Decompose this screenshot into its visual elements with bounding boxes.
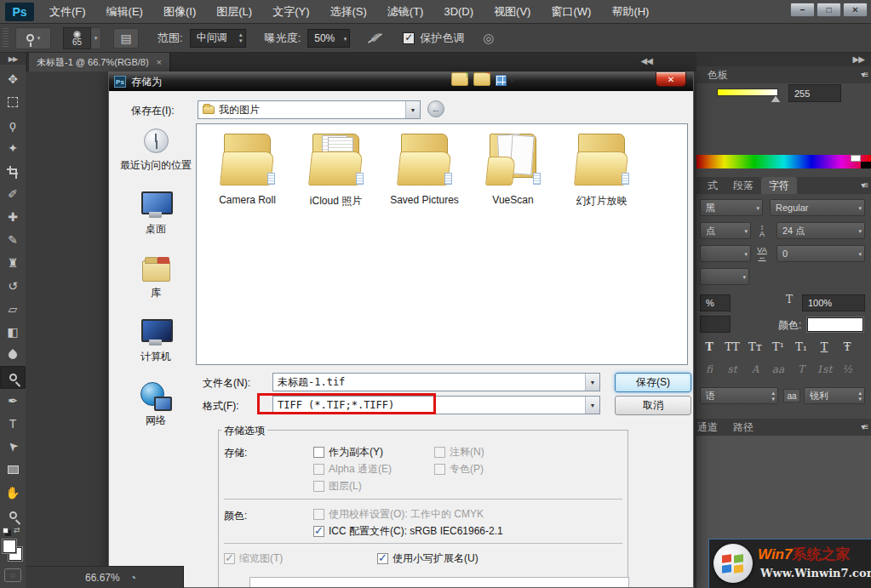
white-swatch[interactable]: [851, 155, 861, 162]
path-selection-tool[interactable]: ➤: [0, 435, 26, 458]
color-value-field[interactable]: 255: [788, 84, 841, 102]
language-select[interactable]: 语 ▴▾: [700, 387, 778, 404]
type-style-button[interactable]: Ŧ: [836, 338, 858, 355]
panel-menu-icon[interactable]: ▾≡: [861, 180, 867, 190]
range-select[interactable]: 中间调 ▴▾: [190, 29, 246, 48]
document-info-icon[interactable]: ◔: [130, 572, 136, 584]
panel-tab[interactable]: 字符: [761, 177, 797, 194]
brush-size-picker[interactable]: 65 ▾: [63, 27, 101, 49]
black-swatch[interactable]: [861, 162, 871, 168]
save-in-combobox[interactable]: 我的图片 ▼: [198, 100, 421, 119]
lasso-tool[interactable]: ϙ: [0, 113, 26, 136]
spot-colors-checkbox[interactable]: 专色(P): [434, 463, 484, 475]
minimize-button[interactable]: –: [790, 3, 815, 17]
swap-colors-icon[interactable]: ⇄: [14, 526, 20, 534]
opentype-button[interactable]: ½: [836, 361, 858, 378]
icc-profile-checkbox[interactable]: ICC 配置文件(C): sRGB IEC61966-2.1: [313, 525, 503, 537]
type-style-button[interactable]: TT: [721, 338, 743, 355]
filename-combobox[interactable]: 未标题-1.tif ▼: [272, 373, 600, 391]
panel-tab[interactable]: 段落: [725, 177, 761, 194]
font-style-select[interactable]: Regular▾: [770, 199, 865, 216]
slider-thumb-icon[interactable]: [771, 96, 780, 102]
file-list[interactable]: Camera Roll iCloud 照片: [196, 123, 688, 365]
folder-item[interactable]: 幻灯片放映: [561, 133, 642, 208]
folder-item[interactable]: Saved Pictures: [384, 133, 465, 206]
as-copy-checkbox[interactable]: 作为副本(Y): [313, 446, 383, 458]
clone-stamp-tool[interactable]: ♜: [0, 251, 26, 274]
default-colors-widget[interactable]: ⇄: [0, 526, 26, 538]
view-menu-button[interactable]: ▼: [496, 72, 521, 88]
tool-preset-picker[interactable]: ▾: [15, 27, 51, 49]
folder-item[interactable]: iCloud 照片: [295, 133, 376, 208]
toolbar-collapse-icon[interactable]: ▶▶: [0, 53, 26, 65]
kerning-select[interactable]: ▾: [700, 245, 751, 262]
folder-item[interactable]: VueScan: [473, 133, 553, 206]
quick-mask-button[interactable]: ◌: [4, 568, 21, 582]
back-button[interactable]: ←: [427, 100, 444, 117]
cancel-button[interactable]: 取消: [615, 396, 691, 415]
opentype-button[interactable]: st: [721, 361, 743, 378]
type-style-button[interactable]: Tᴛ: [744, 338, 766, 355]
antialias-select[interactable]: 锐利 ▴▾: [804, 387, 865, 404]
type-style-button[interactable]: T: [698, 338, 720, 355]
brush-tool[interactable]: ✎: [0, 228, 26, 251]
clipped-select[interactable]: ▾: [700, 268, 749, 285]
crop-tool[interactable]: [0, 159, 26, 182]
collapse-right-icon[interactable]: ▶▶: [853, 54, 864, 64]
horizontal-scale-field[interactable]: %: [700, 294, 731, 311]
panel-tab[interactable]: 式: [700, 177, 725, 194]
menu-item[interactable]: 滤镜(T): [377, 0, 434, 23]
blur-tool[interactable]: [0, 343, 26, 366]
type-style-button[interactable]: T: [813, 338, 835, 355]
folder-item[interactable]: Camera Roll: [207, 133, 288, 206]
hand-tool[interactable]: ✋: [0, 481, 26, 504]
panel-menu-icon[interactable]: ▾≡: [861, 70, 867, 79]
opentype-button[interactable]: A: [744, 361, 766, 378]
menu-item[interactable]: 选择(S): [319, 0, 376, 23]
new-folder-button[interactable]: [473, 72, 490, 86]
opentype-button[interactable]: 1st: [813, 361, 835, 378]
save-button[interactable]: 保存(S): [615, 373, 691, 392]
menu-item[interactable]: 图像(I): [153, 0, 206, 23]
tab-swatches[interactable]: 色板: [700, 66, 736, 83]
vertical-scale-field[interactable]: 100%: [802, 294, 865, 311]
place-computer[interactable]: 计算机: [116, 315, 196, 368]
menu-item[interactable]: 帮助(H): [601, 0, 659, 23]
alpha-channels-checkbox[interactable]: Alpha 通道(E): [313, 463, 392, 475]
place-network[interactable]: 网络: [116, 379, 196, 431]
color-spectrum-ramp[interactable]: [696, 155, 871, 168]
baseline-shift-field[interactable]: [700, 316, 731, 333]
history-brush-tool[interactable]: ↺: [0, 274, 26, 297]
protect-tones-option[interactable]: 保护色调: [403, 31, 464, 46]
rectangular-marquee-tool[interactable]: [0, 90, 26, 113]
dropdown-arrow-icon[interactable]: ▼: [585, 397, 599, 414]
document-tab[interactable]: 未标题-1 @ 66.7%(RGB/8) ×: [29, 53, 170, 71]
text-color-swatch[interactable]: [807, 317, 863, 332]
font-family-select[interactable]: 黑▾: [700, 199, 763, 216]
thumbnail-checkbox[interactable]: 缩览图(T): [224, 552, 283, 564]
proof-setup-checkbox[interactable]: 使用校样设置(O): 工作中的 CMYK: [313, 508, 484, 520]
brush-dropdown-arrow[interactable]: ▾: [91, 27, 101, 49]
font-size-select[interactable]: 点▾: [700, 222, 751, 239]
lowercase-extension-checkbox[interactable]: 使用小写扩展名(U): [377, 552, 478, 564]
panel-menu-icon[interactable]: ▾≡: [861, 422, 867, 431]
tablet-pressure-icon[interactable]: ◎: [483, 31, 494, 46]
color-slider-track[interactable]: [717, 88, 778, 96]
zoom-level-field[interactable]: 66.67%: [85, 572, 120, 584]
eyedropper-tool[interactable]: ✐: [0, 182, 26, 205]
foreground-color-swatch[interactable]: [3, 539, 16, 553]
healing-brush-tool[interactable]: ✚: [0, 205, 26, 228]
type-style-button[interactable]: T¹: [767, 338, 789, 355]
menu-item[interactable]: 视图(V): [484, 0, 541, 23]
dialog-close-button[interactable]: ✕: [656, 72, 686, 87]
gradient-tool[interactable]: ◧: [0, 320, 26, 343]
place-desktop[interactable]: 桌面: [116, 187, 196, 240]
quick-selection-tool[interactable]: ✦: [0, 136, 26, 159]
pen-tool[interactable]: ✒: [0, 389, 26, 412]
annotations-checkbox[interactable]: 注释(N): [434, 446, 484, 458]
move-tool[interactable]: ✥: [0, 67, 26, 90]
close-button[interactable]: ✕: [843, 3, 868, 17]
menu-item[interactable]: 窗口(W): [541, 0, 601, 23]
toggle-brush-panel-button[interactable]: ▤: [113, 28, 139, 49]
shape-tool[interactable]: [0, 458, 26, 481]
